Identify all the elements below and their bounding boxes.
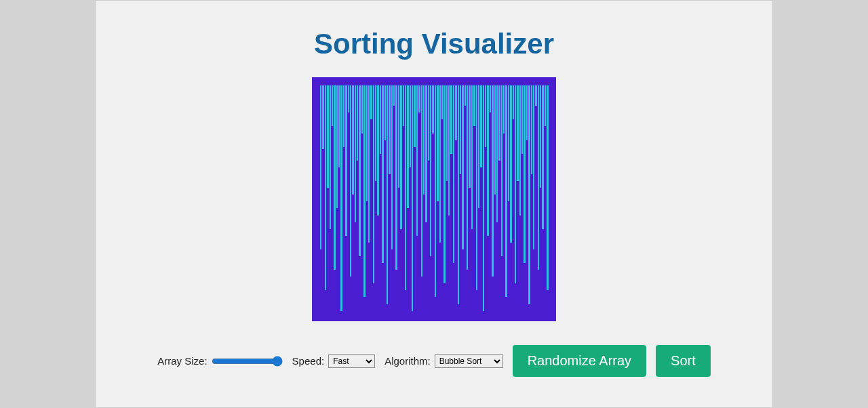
viz-bar: [405, 85, 406, 290]
viz-bar: [398, 85, 399, 188]
viz-bar: [340, 85, 342, 311]
sort-button[interactable]: Sort: [656, 345, 711, 377]
viz-bar: [508, 85, 509, 201]
viz-bar: [352, 85, 353, 195]
viz-bar: [393, 85, 395, 106]
viz-bar: [345, 85, 347, 236]
viz-bar: [492, 85, 493, 277]
viz-bar: [403, 85, 404, 126]
viz-bar: [513, 85, 514, 119]
viz-bar: [533, 85, 534, 249]
viz-bar: [336, 85, 338, 208]
viz-bar: [355, 85, 356, 222]
viz-bar: [430, 85, 431, 256]
array-size-label: Array Size:: [157, 355, 207, 367]
viz-bar: [460, 85, 461, 174]
controls-row: Array Size: Speed: SlowMediumFast Algori…: [96, 345, 772, 377]
algorithm-control: Algorithm: Bubble SortSelection SortInse…: [384, 354, 503, 368]
viz-bar: [423, 85, 425, 195]
viz-bar: [453, 85, 454, 263]
speed-select[interactable]: SlowMediumFast: [328, 354, 375, 368]
app-frame: Sorting Visualizer Array Size: Speed: Sl…: [95, 0, 773, 408]
viz-bar: [469, 85, 470, 188]
viz-bar: [524, 85, 525, 263]
visualizer-canvas: [312, 77, 556, 321]
viz-bar: [515, 85, 516, 283]
viz-bar: [389, 85, 390, 174]
viz-bar: [373, 85, 374, 283]
viz-bar: [441, 85, 443, 119]
viz-bar: [414, 85, 415, 147]
viz-bar: [526, 85, 528, 140]
viz-bar: [343, 85, 344, 147]
viz-bar: [545, 85, 546, 126]
viz-bar: [476, 85, 477, 290]
viz-bar: [528, 85, 530, 304]
viz-bar: [368, 85, 370, 243]
viz-bar: [377, 85, 378, 216]
randomize-button[interactable]: Randomize Array: [513, 345, 646, 377]
viz-bar: [505, 85, 507, 297]
viz-bar: [498, 85, 500, 161]
viz-bar: [382, 85, 383, 263]
viz-bar: [418, 85, 420, 113]
viz-bar: [480, 85, 481, 167]
viz-bar: [400, 85, 401, 229]
viz-bar: [330, 85, 331, 229]
viz-bar: [320, 85, 321, 249]
viz-bar: [483, 85, 484, 311]
speed-control: Speed: SlowMediumFast: [292, 354, 376, 368]
viz-bar: [375, 85, 376, 181]
viz-bar: [535, 85, 536, 106]
viz-bar: [487, 85, 488, 236]
viz-bar: [542, 85, 543, 229]
viz-bar: [357, 85, 358, 161]
viz-bar: [531, 85, 532, 174]
viz-bar: [494, 85, 496, 195]
viz-bar: [322, 85, 323, 149]
viz-bar: [395, 85, 397, 270]
viz-bar: [462, 85, 463, 249]
viz-bar: [370, 85, 372, 119]
viz-bar: [473, 85, 475, 126]
viz-bar: [496, 85, 498, 222]
visualizer-wrap: [96, 77, 772, 321]
viz-bar: [348, 85, 349, 113]
viz-bar: [458, 85, 459, 304]
viz-bar: [350, 85, 351, 277]
viz-bar: [490, 85, 491, 113]
viz-bar: [478, 85, 479, 208]
viz-bar: [435, 85, 436, 297]
viz-bar: [437, 85, 438, 201]
viz-bar: [503, 85, 505, 134]
viz-bar: [448, 85, 450, 216]
array-size-slider[interactable]: [212, 356, 283, 367]
viz-bar: [412, 85, 413, 311]
viz-bar: [443, 85, 445, 283]
viz-bar: [547, 85, 548, 290]
page-title: Sorting Visualizer: [96, 28, 772, 60]
viz-bar: [446, 85, 448, 181]
viz-bar: [366, 85, 368, 201]
viz-bar: [416, 85, 418, 236]
speed-label: Speed:: [292, 355, 325, 367]
viz-bar: [338, 85, 340, 167]
viz-bar: [465, 85, 466, 106]
viz-bar: [421, 85, 422, 277]
viz-bar: [384, 85, 386, 140]
viz-bar: [510, 85, 511, 243]
viz-bar: [359, 85, 360, 256]
viz-bar: [538, 85, 539, 270]
viz-bar: [471, 85, 473, 229]
viz-bar: [332, 85, 333, 126]
viz-bar: [467, 85, 468, 270]
viz-bar: [425, 85, 427, 222]
algorithm-select[interactable]: Bubble SortSelection SortInsertion SortM…: [435, 354, 503, 368]
viz-bar: [521, 85, 523, 154]
viz-bar: [540, 85, 541, 188]
viz-bar: [334, 85, 335, 270]
viz-bar: [501, 85, 502, 256]
viz-bar: [380, 85, 381, 154]
viz-bar: [517, 85, 518, 181]
viz-bar: [391, 85, 393, 249]
